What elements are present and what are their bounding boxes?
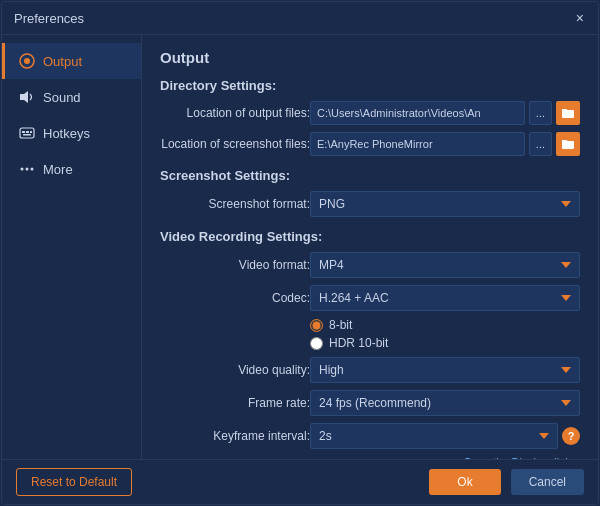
ok-button[interactable]: Ok (429, 469, 500, 495)
framerate-select[interactable]: 24 fps (Recommend) 30 fps 60 fps (310, 390, 580, 416)
svg-point-1 (24, 58, 30, 64)
footer-right: Ok Cancel (429, 469, 584, 495)
page-title: Output (160, 49, 580, 66)
keyframe-row: Keyframe interval: 2s 5s 10s ? (160, 423, 580, 449)
video-format-select[interactable]: MP4 MOV AVI (310, 252, 580, 278)
more-icon (19, 161, 35, 177)
bit-10-option[interactable]: HDR 10-bit (310, 336, 580, 350)
svg-point-9 (26, 168, 29, 171)
video-codec-select[interactable]: H.264 + AAC H.265 + AAC (310, 285, 580, 311)
sidebar-item-output[interactable]: Output (2, 43, 141, 79)
preferences-dialog: Preferences × Output (1, 1, 599, 505)
keyframe-label: Keyframe interval: (160, 429, 310, 443)
output-path-input[interactable] (310, 101, 525, 125)
sound-icon (19, 89, 35, 105)
screenshot-path-input[interactable] (310, 132, 525, 156)
screenshot-dots-button[interactable]: ... (529, 132, 552, 156)
sidebar-item-sound[interactable]: Sound (2, 79, 141, 115)
video-format-label: Video format: (160, 258, 310, 272)
framerate-row: Frame rate: 24 fps (Recommend) 30 fps 60… (160, 390, 580, 416)
bit-depth-group: 8-bit HDR 10-bit (310, 318, 580, 350)
output-files-row: Location of output files: ... (160, 101, 580, 125)
cancel-button[interactable]: Cancel (511, 469, 584, 495)
output-folder-button[interactable] (556, 101, 580, 125)
content-area: Output Directory Settings: Location of o… (142, 35, 598, 459)
keyframe-help-icon[interactable]: ? (562, 427, 580, 445)
screenshot-files-row: Location of screenshot files: ... (160, 132, 580, 156)
close-button[interactable]: × (574, 10, 586, 26)
keyframe-select[interactable]: 2s 5s 10s (310, 423, 558, 449)
screenshot-format-label: Screenshot format: (160, 197, 310, 211)
screenshot-format-row: Screenshot format: PNG JPG BMP (160, 191, 580, 217)
output-dots-button[interactable]: ... (529, 101, 552, 125)
video-settings-title: Video Recording Settings: (160, 229, 580, 244)
video-codec-label: Codec: (160, 291, 310, 305)
video-format-row: Video format: MP4 MOV AVI (160, 252, 580, 278)
sidebar-item-more[interactable]: More (2, 151, 141, 187)
svg-rect-6 (30, 131, 32, 133)
directory-settings-title: Directory Settings: (160, 78, 580, 93)
sidebar-more-label: More (43, 162, 73, 177)
video-codec-row: Codec: H.264 + AAC H.265 + AAC (160, 285, 580, 311)
sidebar-hotkeys-label: Hotkeys (43, 126, 90, 141)
bit-depth-row: 8-bit HDR 10-bit (160, 318, 580, 350)
bit-8-radio[interactable] (310, 319, 323, 332)
output-icon (19, 53, 35, 69)
sidebar-sound-label: Sound (43, 90, 81, 105)
framerate-label: Frame rate: (160, 396, 310, 410)
title-bar: Preferences × (2, 2, 598, 35)
bit-10-radio[interactable] (310, 337, 323, 350)
bit-8-option[interactable]: 8-bit (310, 318, 580, 332)
svg-rect-4 (22, 131, 25, 133)
sidebar: Output Sound (2, 35, 142, 459)
hotkeys-icon (19, 125, 35, 141)
output-path-container: ... (310, 101, 580, 125)
bit-10-label: HDR 10-bit (329, 336, 388, 350)
svg-point-8 (21, 168, 24, 171)
reset-button[interactable]: Reset to Default (16, 468, 132, 496)
bit-8-label: 8-bit (329, 318, 352, 332)
video-quality-label: Video quality: (160, 363, 310, 377)
screenshot-path-container: ... (310, 132, 580, 156)
svg-rect-5 (26, 131, 29, 133)
output-files-label: Location of output files: (160, 106, 310, 120)
svg-point-10 (31, 168, 34, 171)
main-content: Output Sound (2, 35, 598, 459)
video-quality-row: Video quality: High Medium Low (160, 357, 580, 383)
keyframe-input-row: 2s 5s 10s ? (310, 423, 580, 449)
screenshot-settings-title: Screenshot Settings: (160, 168, 580, 183)
footer: Reset to Default Ok Cancel (2, 459, 598, 504)
sidebar-item-hotkeys[interactable]: Hotkeys (2, 115, 141, 151)
screenshot-files-label: Location of screenshot files: (160, 137, 310, 151)
dialog-title: Preferences (14, 11, 84, 26)
svg-marker-2 (20, 91, 28, 103)
sidebar-output-label: Output (43, 54, 82, 69)
screenshot-format-select[interactable]: PNG JPG BMP (310, 191, 580, 217)
svg-rect-7 (23, 134, 31, 136)
video-quality-select[interactable]: High Medium Low (310, 357, 580, 383)
screenshot-folder-button[interactable] (556, 132, 580, 156)
